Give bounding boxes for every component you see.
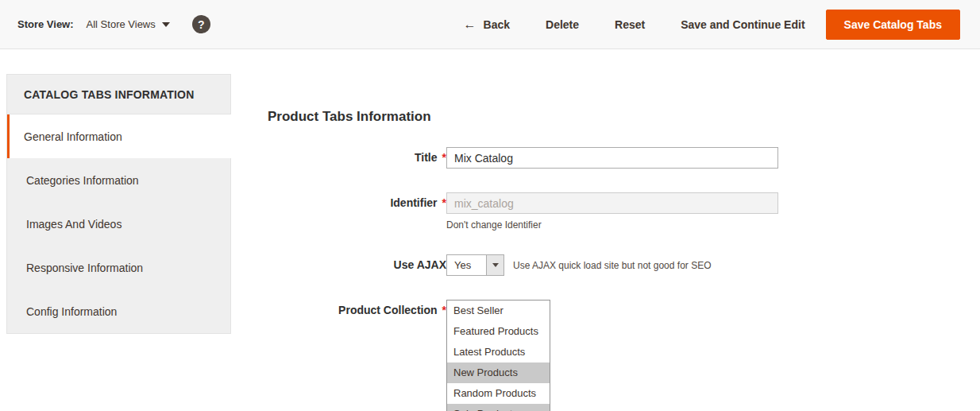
title-field-row: Title * [268, 147, 778, 169]
use-ajax-note: Use AJAX quick load site but not good fo… [513, 260, 711, 271]
product-collection-label-cell: Product Collection * [268, 300, 446, 411]
chevron-down-icon [492, 263, 499, 267]
catalog-tabs-sidebar: CATALOG TABS INFORMATION General Informa… [6, 74, 231, 334]
content-area: CATALOG TABS INFORMATION General Informa… [0, 49, 980, 411]
save-and-continue-button[interactable]: Save and Continue Edit [681, 18, 804, 31]
sidebar-item-responsive-information[interactable]: Responsive Information [7, 246, 230, 289]
title-control-cell [446, 147, 778, 169]
sidebar-item-config-information[interactable]: Config Information [7, 289, 230, 333]
back-button-label: Back [484, 18, 510, 31]
identifier-field-row: Identifier * Don't change Identifier [268, 192, 778, 231]
reset-button[interactable]: Reset [615, 18, 645, 31]
back-button[interactable]: ← Back [464, 18, 510, 31]
product-collection-label: Product Collection [338, 304, 437, 316]
collection-option[interactable]: New Products [447, 363, 550, 383]
collection-option[interactable]: Featured Products [447, 321, 550, 342]
use-ajax-label: Use AJAX [394, 258, 446, 271]
collection-option[interactable]: Latest Products [447, 342, 550, 363]
identifier-control-cell: Don't change Identifier [446, 192, 778, 231]
store-view-value: All Store Views [87, 18, 156, 30]
product-tabs-form: Title * Identifier * Don't change Identi… [268, 147, 778, 411]
title-label-cell: Title * [268, 147, 446, 169]
collection-option[interactable]: Best Seller [447, 300, 550, 321]
use-ajax-field-row: Use AJAX Yes Use AJAX quick load site bu… [268, 254, 778, 276]
sidebar-item-images-and-videos[interactable]: Images And Videos [7, 202, 230, 246]
help-icon[interactable]: ? [192, 15, 210, 33]
collection-option[interactable]: Random Products [447, 383, 550, 404]
toolbar-actions: ← Back Delete Reset Save and Continue Ed… [464, 10, 960, 40]
sidebar-header: CATALOG TABS INFORMATION [7, 75, 230, 114]
store-view-group: Store View: All Store Views ? [17, 15, 210, 33]
product-collection-listbox[interactable]: Best Seller Featured Products Latest Pro… [446, 300, 550, 411]
identifier-note: Don't change Identifier [446, 219, 778, 231]
sidebar-item-general-information[interactable]: General Information [7, 114, 231, 158]
use-ajax-label-cell: Use AJAX [268, 254, 446, 276]
use-ajax-selected-value: Yes [447, 255, 486, 275]
page-actions-toolbar: Store View: All Store Views ? ← Back Del… [0, 0, 980, 49]
identifier-label-cell: Identifier * [268, 192, 446, 231]
chevron-down-icon [162, 22, 170, 27]
page-title: Product Tabs Information [268, 109, 778, 125]
product-collection-control-cell: Best Seller Featured Products Latest Pro… [446, 300, 550, 411]
identifier-input [446, 192, 778, 214]
store-view-label: Store View: [17, 18, 74, 30]
identifier-label: Identifier [390, 196, 437, 209]
product-collection-field-row: Product Collection * Best Seller Feature… [268, 300, 778, 411]
sidebar-nav: General Information Categories Informati… [7, 114, 230, 333]
collection-option[interactable]: Sale Products [447, 404, 550, 411]
title-input[interactable] [446, 147, 778, 169]
store-view-switcher[interactable]: All Store Views [87, 18, 170, 30]
delete-button[interactable]: Delete [546, 18, 579, 31]
use-ajax-control-cell: Yes Use AJAX quick load site but not goo… [446, 254, 711, 276]
save-catalog-tabs-button[interactable]: Save Catalog Tabs [826, 10, 960, 40]
back-arrow-icon: ← [464, 18, 476, 31]
select-arrow-button[interactable] [486, 255, 504, 275]
form-panel: Product Tabs Information Title * Identif… [268, 74, 778, 411]
use-ajax-select[interactable]: Yes [446, 254, 504, 276]
sidebar-item-categories-information[interactable]: Categories Information [7, 158, 230, 202]
title-label: Title [415, 151, 438, 164]
